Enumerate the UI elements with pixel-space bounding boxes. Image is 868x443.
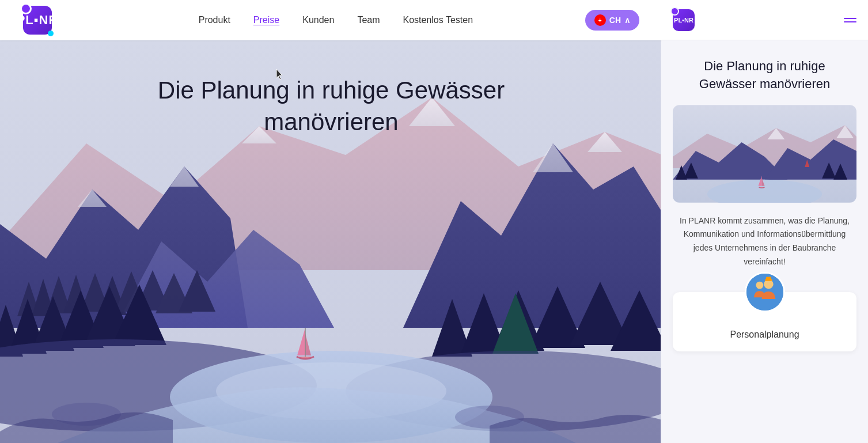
svg-point-57 [746, 274, 783, 311]
side-header: PL▪NR [661, 0, 868, 40]
nav-item-preise[interactable]: Preise [253, 15, 279, 25]
side-description: In PLANR kommt zusammen, was die Planung… [673, 214, 856, 269]
personalplanung-icon [745, 272, 785, 312]
side-logo-text: PL▪NR [674, 17, 693, 24]
country-label: CH [609, 16, 621, 25]
feature-label: Personalplanung [730, 330, 799, 340]
hamburger-line-2 [844, 21, 856, 22]
hamburger-menu[interactable] [844, 18, 856, 22]
logo-text: PL▪NR [17, 13, 59, 28]
logo[interactable]: PL▪NR [23, 6, 52, 35]
feature-card-personalplanung[interactable]: Personalplanung [673, 292, 856, 351]
hamburger-line-1 [844, 18, 856, 19]
side-content: Die Planung in ruhigeGewässer manövriere… [661, 40, 868, 443]
country-button[interactable]: + CH ∧ [585, 10, 639, 31]
nav-item-team[interactable]: Team [357, 15, 380, 25]
hero-title: Die Planung in ruhige Gewässer manövrier… [158, 75, 505, 138]
side-logo: PL▪NR [673, 9, 695, 31]
main-nav: Produkt Preise Kunden Team Kostenlos Tes… [86, 15, 585, 25]
ch-flag-icon: + [594, 14, 606, 26]
nav-item-kostenlos-testen[interactable]: Kostenlos Testen [403, 15, 473, 25]
chevron-icon: ∧ [624, 16, 630, 25]
side-mountain-illustration [673, 105, 856, 203]
nav-right: + CH ∧ [585, 10, 639, 31]
logo-dot [48, 31, 54, 36]
logo-icon: PL▪NR [23, 6, 52, 35]
hero-section: Die Planung in ruhige Gewässer manövrier… [0, 40, 662, 443]
side-panel: PL▪NR Die Planung in ruhigeGewässer manö… [661, 0, 868, 443]
nav-item-kunden[interactable]: Kunden [302, 15, 334, 25]
svg-rect-61 [765, 277, 771, 279]
svg-point-58 [756, 281, 763, 289]
main-page: PL▪NR Produkt Preise Kunden Team Kostenl… [0, 0, 662, 443]
nav-item-produkt[interactable]: Produkt [199, 15, 230, 25]
side-hero-title: Die Planung in ruhigeGewässer manövriere… [673, 58, 856, 93]
header: PL▪NR Produkt Preise Kunden Team Kostenl… [0, 0, 662, 40]
